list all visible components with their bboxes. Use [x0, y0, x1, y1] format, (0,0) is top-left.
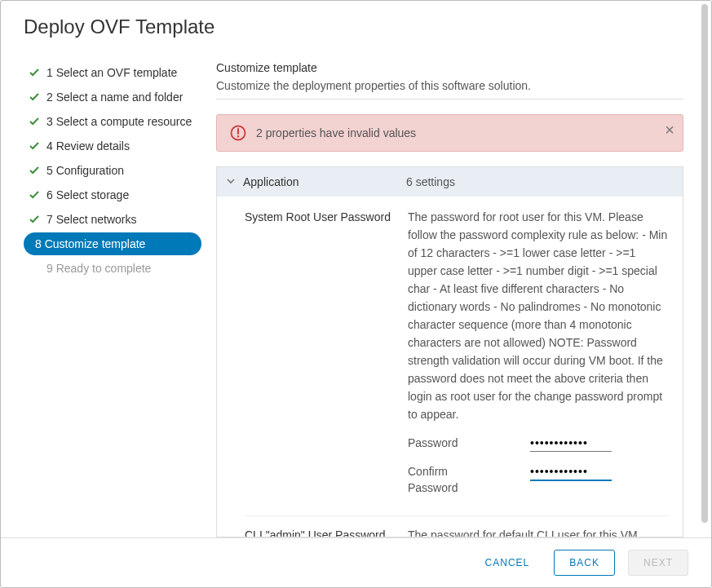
- setting-label: System Root User Password: [245, 208, 391, 507]
- confirm-password-label: Confirm Password: [408, 463, 498, 496]
- wizard-step-5[interactable]: 5 Configuration: [24, 159, 201, 182]
- check-icon: [29, 166, 40, 175]
- close-icon: ×: [665, 121, 674, 139]
- cancel-button[interactable]: CANCEL: [474, 550, 542, 575]
- section-heading: Customize template: [216, 61, 683, 74]
- main-panel: Customize template Customize the deploym…: [216, 61, 688, 537]
- step-label: 5 Configuration: [46, 162, 124, 179]
- dialog-body: Deploy OVF Template 1 Select an OVF temp…: [1, 1, 711, 537]
- setting-row-root-password: System Root User Password The password f…: [245, 208, 668, 507]
- section-subheading: Customize the deployment properties of t…: [216, 79, 683, 92]
- step-label: 8 Customize template: [35, 236, 145, 252]
- password-row: Password: [408, 435, 668, 452]
- divider: [216, 99, 683, 99]
- wizard-sidebar: 1 Select an OVF template2 Select a name …: [24, 61, 201, 537]
- next-button: NEXT: [628, 550, 688, 576]
- alert-text: 2 properties have invalid values: [256, 126, 416, 139]
- section-title: Application: [243, 175, 398, 188]
- step-label: 4 Review details: [46, 138, 130, 154]
- step-label: 1 Select an OVF template: [46, 64, 177, 81]
- wizard-step-6[interactable]: 6 Select storage: [24, 183, 201, 206]
- setting-description: The password for root user for this VM. …: [408, 208, 668, 507]
- root-confirm-password-input[interactable]: [530, 463, 612, 481]
- step-label: 2 Select a name and folder: [46, 89, 183, 105]
- step-label: 6 Select storage: [46, 187, 129, 203]
- root-password-input[interactable]: [530, 435, 612, 452]
- step-label: 9 Ready to complete: [46, 260, 151, 276]
- content-row: 1 Select an OVF template2 Select a name …: [24, 61, 688, 537]
- check-icon: [29, 117, 40, 126]
- deploy-ovf-dialog: Deploy OVF Template 1 Select an OVF temp…: [0, 0, 712, 588]
- alert-close-button[interactable]: ×: [665, 122, 674, 138]
- check-icon: [29, 190, 40, 200]
- password-label: Password: [408, 435, 498, 451]
- settings-panel: System Root User Password The password f…: [216, 197, 683, 537]
- confirm-password-row: Confirm Password: [408, 463, 668, 496]
- step-label: 7 Select networks: [46, 211, 137, 228]
- dialog-footer: CANCEL BACK NEXT: [1, 537, 711, 587]
- wizard-step-9: 9 Ready to complete: [24, 257, 201, 280]
- svg-point-2: [237, 135, 239, 137]
- password-fields: Password Confirm Password: [408, 435, 668, 496]
- wizard-step-3[interactable]: 3 Select a compute resource: [24, 110, 201, 133]
- wizard-step-7[interactable]: 7 Select networks: [24, 208, 201, 231]
- wizard-step-2[interactable]: 2 Select a name and folder: [24, 86, 201, 108]
- setting-description: The password for default CLI user for th…: [408, 526, 668, 537]
- alert-icon: [230, 125, 246, 141]
- back-button[interactable]: BACK: [554, 550, 615, 576]
- check-icon: [29, 214, 40, 224]
- section-count: 6 settings: [406, 175, 455, 188]
- step-label: 3 Select a compute resource: [46, 113, 192, 130]
- wizard-step-8[interactable]: 8 Customize template: [24, 232, 201, 255]
- setting-row-cli-admin-password: CLI "admin" User Password The password f…: [245, 515, 668, 537]
- scrollbar[interactable]: [701, 4, 708, 523]
- wizard-step-4[interactable]: 4 Review details: [24, 135, 201, 157]
- page-title: Deploy OVF Template: [24, 15, 688, 38]
- wizard-step-1[interactable]: 1 Select an OVF template: [24, 61, 201, 84]
- validation-alert: 2 properties have invalid values ×: [216, 114, 683, 152]
- check-icon: [29, 141, 40, 151]
- application-section-header[interactable]: Application 6 settings: [216, 166, 683, 197]
- setting-label: CLI "admin" User Password: [245, 526, 391, 537]
- chevron-down-icon: [227, 176, 235, 188]
- check-icon: [29, 92, 40, 102]
- check-icon: [29, 68, 40, 77]
